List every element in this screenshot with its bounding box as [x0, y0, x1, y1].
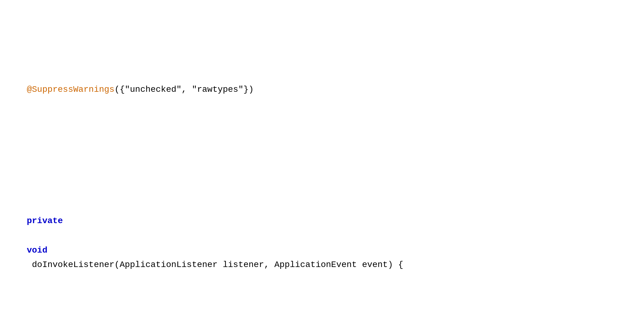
line-method-signature: private void doInvokeListener(Applicatio… [6, 199, 638, 287]
kw-void: void [27, 246, 47, 255]
annotation-suppress: @SuppressWarnings [27, 85, 114, 94]
suppress-args: ({"unchecked", "rawtypes"}) [114, 85, 254, 94]
kw-private: private [27, 216, 63, 226]
method-name: doInvokeListener(ApplicationListener lis… [27, 260, 403, 269]
space1 [27, 231, 32, 240]
code-block: @SuppressWarnings({"unchecked", "rawtype… [6, 9, 638, 333]
line-suppress-warnings: @SuppressWarnings({"unchecked", "rawtype… [6, 68, 638, 111]
